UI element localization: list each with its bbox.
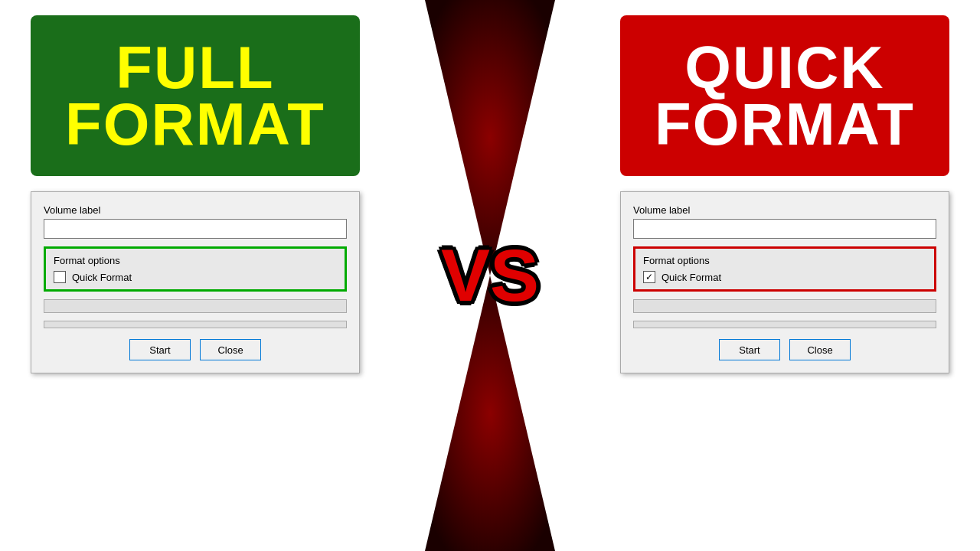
full-format-banner: FULL FORMAT [31, 15, 360, 176]
main-container: FULL FORMAT Volume label Format options … [0, 0, 980, 551]
left-volume-label-text: Volume label [44, 204, 347, 216]
left-format-options-box: Format options Quick Format [44, 246, 347, 292]
right-quick-format-label: Quick Format [662, 272, 721, 283]
center-vs: VS [413, 0, 567, 551]
left-close-button[interactable]: Close [200, 339, 261, 360]
left-volume-label-input[interactable] [44, 219, 347, 239]
quick-format-title-line1: QUICK [655, 39, 915, 96]
right-close-button[interactable]: Close [789, 339, 851, 360]
quick-format-banner: QUICK FORMAT [620, 15, 949, 176]
left-start-button[interactable]: Start [129, 339, 191, 360]
right-panel: QUICK FORMAT Volume label Format options… [590, 0, 980, 551]
right-volume-label-text: Volume label [633, 204, 936, 216]
left-dialog-buttons: Start Close [44, 339, 347, 360]
right-progress-bar [633, 299, 936, 313]
left-quick-format-row: Quick Format [54, 271, 337, 283]
right-dialog: Volume label Format options ✓ Quick Form… [620, 191, 949, 373]
right-format-options-box: Format options ✓ Quick Format [633, 246, 936, 292]
right-volume-label-input[interactable] [633, 219, 936, 239]
left-status-bar [44, 321, 347, 328]
left-volume-label-group: Volume label [44, 204, 347, 239]
full-format-title-line2: FORMAT [65, 96, 325, 152]
right-status-bar [633, 321, 936, 328]
full-format-title-line1: FULL [65, 39, 325, 96]
right-quick-format-row: ✓ Quick Format [643, 271, 926, 283]
left-quick-format-checkbox[interactable] [54, 271, 66, 283]
svg-marker-1 [425, 276, 555, 551]
left-panel: FULL FORMAT Volume label Format options … [0, 0, 390, 551]
left-quick-format-label: Quick Format [72, 272, 132, 283]
quick-format-title-line2: FORMAT [655, 96, 915, 152]
right-quick-format-checkbox[interactable]: ✓ [643, 271, 655, 283]
left-format-options-title: Format options [54, 255, 337, 266]
right-format-options-title: Format options [643, 255, 926, 266]
right-volume-label-group: Volume label [633, 204, 936, 239]
vs-text: VS [441, 239, 539, 312]
right-start-button[interactable]: Start [719, 339, 780, 360]
left-progress-bar [44, 299, 347, 313]
left-dialog: Volume label Format options Quick Format… [31, 191, 360, 373]
right-dialog-buttons: Start Close [633, 339, 936, 360]
